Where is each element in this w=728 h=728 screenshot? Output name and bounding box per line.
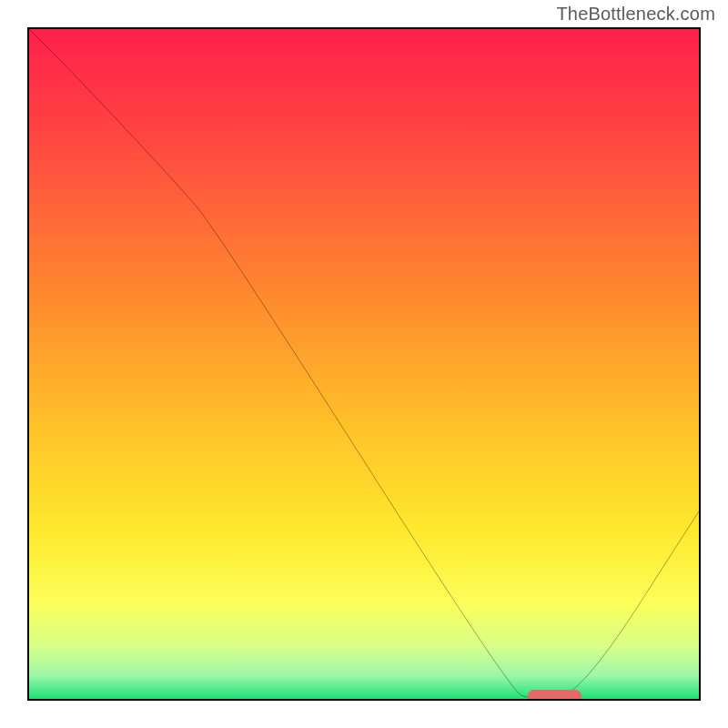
bottleneck-chart: TheBottleneck.com — [0, 0, 728, 728]
optimal-range-marker — [528, 690, 581, 701]
chart-curve — [29, 29, 699, 699]
attribution-text: TheBottleneck.com — [556, 4, 715, 25]
chart-plot-area — [27, 27, 701, 701]
